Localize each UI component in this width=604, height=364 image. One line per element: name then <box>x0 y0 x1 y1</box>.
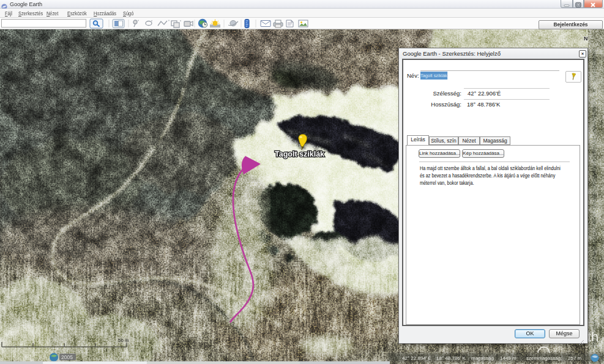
svg-text:Tagolt sziklák: Tagolt sziklák <box>275 150 324 158</box>
svg-text:257 m: 257 m <box>568 355 582 361</box>
svg-text:2005: 2005 <box>61 354 73 360</box>
svg-text:th: th <box>587 329 598 344</box>
svg-text:56 m: 56 m <box>118 338 129 343</box>
svg-text:N: N <box>584 35 588 42</box>
svg-text:magasság: magasság <box>471 355 494 361</box>
svg-text:1449 m: 1449 m <box>500 355 516 361</box>
svg-text:42° 22.894' É: 42° 22.894' É <box>402 355 431 361</box>
svg-text:szemmagasság:: szemmagasság: <box>526 355 562 361</box>
svg-text:18° 48.786' K: 18° 48.786' K <box>436 355 466 361</box>
